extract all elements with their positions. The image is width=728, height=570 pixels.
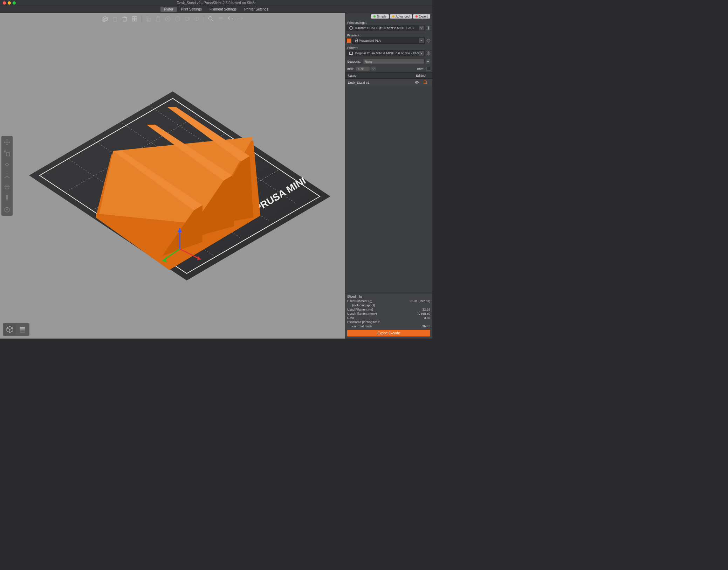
svg-rect-37 (6, 153, 9, 156)
printer-icon (349, 51, 353, 56)
svg-point-36 (208, 16, 212, 20)
window-close-button[interactable] (3, 1, 6, 5)
build-plate-scene: ORIGINAL PRUSA MINI (0, 13, 345, 339)
window-title: Desk_Stand v2 - PrusaSlicer-2.5.0 based … (177, 1, 255, 5)
edit-printer-button[interactable] (426, 51, 431, 56)
view-preview-button[interactable] (16, 324, 28, 335)
edit-icon[interactable] (421, 80, 430, 85)
window-minimize-button[interactable] (8, 1, 11, 5)
split-objects-button[interactable] (183, 15, 192, 23)
supports-label: Supports: (347, 60, 361, 63)
printer-label: Printer : (345, 45, 432, 50)
chevron-down-icon (371, 67, 376, 71)
search-button[interactable] (206, 15, 215, 23)
print-settings-dropdown[interactable]: 0.40mm DRAFT @0.6 nozzle MINI - FAST (346, 25, 425, 31)
svg-rect-43 (350, 52, 353, 55)
infill-dropdown[interactable]: 15% (356, 66, 370, 71)
redo-button[interactable] (236, 15, 245, 23)
print-settings-label: Print settings : (345, 20, 432, 25)
3d-viewport[interactable]: ORIGINAL PRUSA MINI (0, 13, 345, 339)
svg-rect-27 (135, 16, 137, 19)
chevron-down-icon (426, 59, 430, 64)
filament-color-swatch[interactable] (346, 38, 351, 43)
svg-point-40 (428, 27, 429, 29)
edit-print-settings-button[interactable] (426, 26, 431, 30)
svg-rect-41 (356, 40, 358, 42)
svg-point-42 (428, 40, 429, 41)
chevron-down-icon (419, 38, 424, 43)
top-toolbar (101, 15, 245, 23)
object-list-area (345, 86, 432, 293)
rotate-gizmo-button[interactable] (2, 160, 12, 169)
variable-layer-button[interactable] (216, 15, 225, 23)
printer-dropdown[interactable]: Original Prusa MINI & MINI+ 0.6 nozzle -… (346, 50, 425, 56)
chevron-down-icon (419, 26, 424, 30)
svg-point-44 (428, 53, 429, 54)
split-parts-button[interactable] (193, 15, 202, 23)
main-tab-bar: Plater Print Settings Filament Settings … (0, 6, 432, 13)
svg-rect-28 (132, 19, 134, 21)
mode-buttons: Simple Advanced Expert (345, 13, 432, 20)
filament-dropdown[interactable]: Prusament PLA (352, 37, 425, 44)
svg-rect-29 (135, 19, 137, 21)
paint-supports-button[interactable] (2, 193, 12, 203)
printer-value: Original Prusa MINI & MINI+ 0.6 nozzle -… (355, 51, 421, 55)
left-gizmo-toolbar (1, 136, 13, 216)
mode-expert-button[interactable]: Expert (413, 14, 430, 19)
sidebar: Simple Advanced Expert Print settings : … (345, 13, 432, 339)
svg-rect-46 (424, 81, 427, 84)
toolbar-separator (204, 15, 204, 22)
window-maximize-button[interactable] (13, 1, 16, 5)
svg-point-45 (417, 82, 417, 83)
toolbar-separator (141, 15, 142, 22)
svg-rect-31 (147, 18, 150, 22)
supports-dropdown[interactable]: None (363, 59, 425, 64)
column-editing: Editing (412, 74, 430, 77)
filament-label: Filament : (345, 33, 432, 37)
place-on-face-button[interactable] (2, 171, 12, 181)
move-gizmo-button[interactable] (2, 137, 12, 147)
view-3d-editor-button[interactable] (4, 324, 16, 335)
export-gcode-button[interactable]: Export G-code (347, 330, 430, 336)
scale-gizmo-button[interactable] (2, 148, 12, 158)
build-plate-render: ORIGINAL PRUSA MINI (8, 46, 337, 291)
tab-print-settings[interactable]: Print Settings (178, 7, 205, 12)
edit-filament-button[interactable] (426, 38, 431, 43)
object-list-header: Name Editing (345, 72, 432, 79)
print-settings-value: 0.40mm DRAFT @0.6 nozzle MINI - FAST (355, 26, 414, 30)
paste-button[interactable] (153, 15, 163, 23)
sliced-info-panel: Sliced Info Used Filament (g)96.31 (297.… (345, 293, 432, 339)
tab-filament-settings[interactable]: Filament Settings (206, 7, 240, 12)
instance-add-button[interactable] (163, 15, 172, 23)
delete-button[interactable] (110, 15, 119, 23)
delete-all-button[interactable] (120, 15, 129, 23)
sliced-info-title: Sliced Info (347, 295, 430, 299)
column-name: Name (348, 74, 412, 77)
undo-button[interactable] (226, 15, 235, 23)
brim-checkbox[interactable] (426, 67, 430, 71)
title-bar: Desk_Stand v2 - PrusaSlicer-2.5.0 based … (0, 0, 432, 6)
add-button[interactable] (101, 15, 110, 23)
tab-plater[interactable]: Plater (160, 7, 177, 12)
system-preset-icon (349, 26, 353, 30)
chevron-down-icon (419, 51, 424, 56)
copy-button[interactable] (144, 15, 153, 23)
lock-icon (355, 39, 359, 43)
cut-gizmo-button[interactable] (2, 182, 12, 192)
svg-rect-38 (5, 163, 9, 166)
object-name: Desk_Stand v2 (348, 81, 413, 84)
seam-painting-button[interactable] (2, 204, 12, 214)
brim-label: Brim: (417, 67, 424, 71)
arrange-button[interactable] (130, 15, 139, 23)
svg-rect-30 (146, 17, 149, 20)
svg-rect-26 (132, 16, 134, 19)
object-list-item[interactable]: Desk_Stand v2 (345, 79, 432, 86)
infill-label: Infill: (347, 67, 354, 71)
mode-advanced-button[interactable]: Advanced (390, 14, 412, 19)
filament-value: Prusament PLA (359, 39, 381, 42)
mode-simple-button[interactable]: Simple (371, 14, 389, 19)
tab-printer-settings[interactable]: Printer Settings (241, 7, 272, 12)
view-mode-toggle (3, 323, 29, 336)
instance-remove-button[interactable] (173, 15, 182, 23)
eye-icon[interactable] (413, 80, 421, 85)
